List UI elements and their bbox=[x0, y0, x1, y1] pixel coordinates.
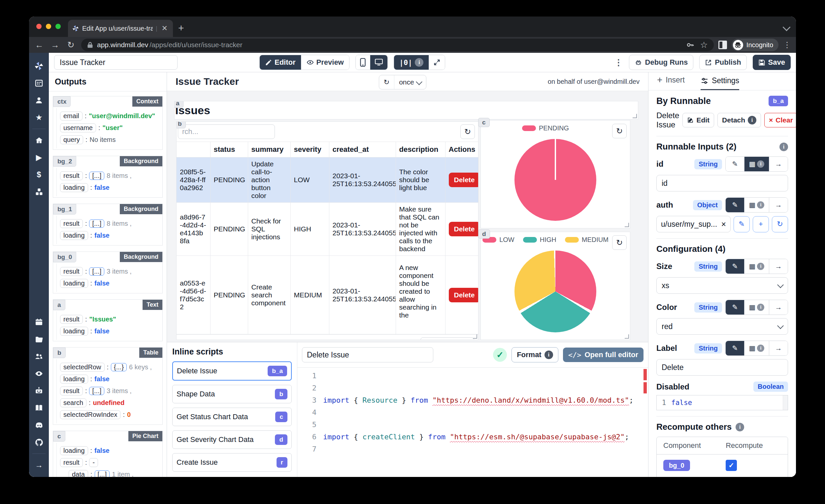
resize-handle[interactable] bbox=[625, 223, 629, 227]
collapse-pill[interactable]: - bbox=[89, 458, 98, 467]
minimize-window-button[interactable] bbox=[46, 24, 51, 29]
text-component[interactable]: a Issues bbox=[174, 101, 638, 120]
output-key[interactable]: loading bbox=[60, 327, 88, 336]
array-pill[interactable]: [...] bbox=[89, 387, 104, 395]
table-row[interactable]: 208f5-5-428a-f-ff0a2962 PENDING Update c… bbox=[176, 157, 478, 203]
array-pill[interactable]: [...] bbox=[89, 172, 104, 180]
resize-handle[interactable] bbox=[632, 114, 637, 118]
component-tag-a[interactable]: a bbox=[174, 101, 183, 108]
detach-button[interactable]: Detachi bbox=[718, 113, 761, 127]
code-content[interactable]: import { Resource } from "https://deno.l… bbox=[323, 370, 648, 477]
static-mode-button[interactable]: ✎ bbox=[726, 259, 744, 274]
script-item-create-issue[interactable]: Create Issuer bbox=[172, 453, 292, 472]
app-name-input[interactable]: Issue Tracker bbox=[54, 55, 177, 70]
output-key[interactable]: query bbox=[60, 135, 83, 144]
script-item-severity-chart[interactable]: Get Severity Chart Datad bbox=[172, 430, 292, 449]
connect-mode-button[interactable]: ▦i bbox=[744, 341, 769, 355]
output-key[interactable]: loading bbox=[60, 279, 88, 288]
output-key[interactable]: loading bbox=[60, 183, 88, 192]
editor-mode-button[interactable]: Editor bbox=[260, 55, 301, 70]
col-status[interactable]: status bbox=[210, 142, 248, 157]
eval-mode-button[interactable]: → bbox=[769, 300, 788, 314]
browser-tab[interactable]: Edit App u/user/issue-tracker | ✕ bbox=[68, 20, 173, 37]
window-controls[interactable] bbox=[36, 24, 61, 29]
output-key[interactable]: username bbox=[60, 124, 96, 132]
output-key[interactable]: result bbox=[60, 171, 83, 180]
code-editor[interactable]: 1234567 import { Resource } from "https:… bbox=[297, 368, 648, 477]
password-key-icon[interactable] bbox=[686, 41, 694, 49]
component-tag[interactable]: b bbox=[53, 348, 66, 358]
preview-mode-button[interactable]: Preview bbox=[301, 55, 349, 70]
schedule-dropdown[interactable]: once bbox=[394, 75, 426, 89]
resource-picker-input[interactable]: u/user/my_sup... × bbox=[656, 216, 731, 232]
sidebar-item-favorites-icon[interactable]: ★ bbox=[29, 109, 49, 126]
close-window-button[interactable] bbox=[36, 24, 42, 29]
address-bar[interactable]: app.windmill.dev/apps/edit/u/user/issue-… bbox=[81, 39, 714, 51]
output-key[interactable]: loading bbox=[60, 375, 88, 383]
sidebar-item-groups-icon[interactable] bbox=[29, 348, 49, 365]
legend-item[interactable]: HIGH bbox=[523, 236, 556, 243]
component-tag-c[interactable]: c bbox=[478, 118, 490, 127]
edit-runnable-button[interactable]: Edit bbox=[682, 113, 714, 127]
tab-close-icon[interactable]: ✕ bbox=[160, 24, 169, 33]
sidebar-item-github-icon[interactable] bbox=[29, 434, 49, 451]
script-item-shape-data[interactable]: Shape Datab bbox=[172, 385, 292, 403]
table-row[interactable]: a8d96-7-4d2d-4-e4143b8fa PENDING Check f… bbox=[176, 203, 478, 256]
sidebar-item-resources-icon[interactable] bbox=[29, 183, 49, 200]
sidebar-item-folders-icon[interactable] bbox=[29, 331, 49, 348]
output-key[interactable]: result bbox=[60, 458, 83, 467]
edit-resource-button[interactable]: ✎ bbox=[734, 216, 750, 232]
col-created-at[interactable]: created_at bbox=[329, 142, 396, 157]
bookmark-star-icon[interactable]: ☆ bbox=[700, 40, 708, 50]
script-item-status-chart[interactable]: Get Status Chart Datac bbox=[172, 408, 292, 426]
static-mode-button[interactable]: ✎ bbox=[726, 198, 744, 212]
sidebar-item-docs-book-icon[interactable] bbox=[29, 400, 49, 417]
output-key[interactable]: loading bbox=[60, 446, 88, 455]
component-badge[interactable]: bg_0 bbox=[663, 460, 690, 471]
script-item-delete-issue[interactable]: Delete Issueb_a bbox=[172, 361, 292, 380]
chart-refresh-button[interactable]: ↻ bbox=[612, 235, 627, 250]
sidebar-item-runs-icon[interactable]: ▶ bbox=[29, 149, 49, 166]
sidebar-item-audit-eye-icon[interactable] bbox=[29, 365, 49, 382]
col-summary[interactable]: summary bbox=[248, 142, 290, 157]
eval-mode-button[interactable]: → bbox=[769, 198, 788, 212]
reload-icon[interactable]: ↻ bbox=[65, 40, 77, 50]
mobile-view-button[interactable] bbox=[356, 55, 370, 70]
resize-handle[interactable] bbox=[625, 334, 629, 339]
connect-mode-button[interactable]: ▦i bbox=[744, 259, 769, 274]
recompute-checkbox[interactable]: ✓ bbox=[726, 460, 737, 471]
clear-resource-icon[interactable]: × bbox=[721, 219, 726, 229]
table-row[interactable]: a0553-e-4d56-d-f7d5c3c2 PENDING Create s… bbox=[176, 256, 478, 334]
sidebar-item-discord-icon[interactable] bbox=[29, 417, 49, 434]
desktop-view-button[interactable] bbox=[370, 55, 387, 70]
col-severity[interactable]: severity bbox=[290, 142, 329, 157]
label-value-input[interactable]: Delete bbox=[656, 359, 788, 376]
open-full-editor-button[interactable]: </> Open full editor bbox=[563, 348, 644, 362]
component-tag-d[interactable]: d bbox=[478, 229, 490, 239]
legend-item[interactable]: PENDING bbox=[522, 125, 569, 132]
col-description[interactable]: description bbox=[396, 142, 445, 157]
component-tag[interactable]: bg_0 bbox=[53, 252, 76, 263]
color-select[interactable]: red bbox=[656, 318, 788, 335]
pie-chart-component-status[interactable]: c PENDING ↻ bbox=[480, 120, 630, 228]
object-pill[interactable]: {...} bbox=[111, 363, 127, 371]
static-mode-button[interactable]: ✎ bbox=[726, 157, 744, 171]
col-id[interactable] bbox=[176, 142, 210, 157]
output-key[interactable]: data bbox=[69, 470, 88, 477]
output-key[interactable]: email bbox=[60, 112, 82, 121]
connect-mode-button[interactable]: ▦i bbox=[744, 157, 769, 171]
output-key[interactable]: result bbox=[60, 219, 83, 228]
refresh-app-button[interactable]: ↻ bbox=[379, 75, 394, 89]
script-name-input[interactable]: Delete Issue bbox=[302, 347, 433, 362]
output-key[interactable]: result bbox=[60, 386, 83, 395]
new-tab-button[interactable]: + bbox=[178, 22, 184, 34]
chart-refresh-button[interactable]: ↻ bbox=[612, 124, 627, 138]
output-key[interactable]: selectedRowIndex bbox=[60, 410, 121, 419]
static-mode-button[interactable]: ✎ bbox=[726, 341, 744, 355]
connect-mode-button[interactable]: ▦i bbox=[744, 198, 769, 212]
delete-row-button[interactable]: Delete bbox=[449, 222, 478, 236]
tab-settings[interactable]: Settings bbox=[700, 76, 739, 90]
eval-mode-button[interactable]: → bbox=[769, 157, 788, 171]
output-key[interactable]: selectedRow bbox=[60, 363, 104, 372]
static-mode-button[interactable]: ✎ bbox=[726, 300, 744, 314]
